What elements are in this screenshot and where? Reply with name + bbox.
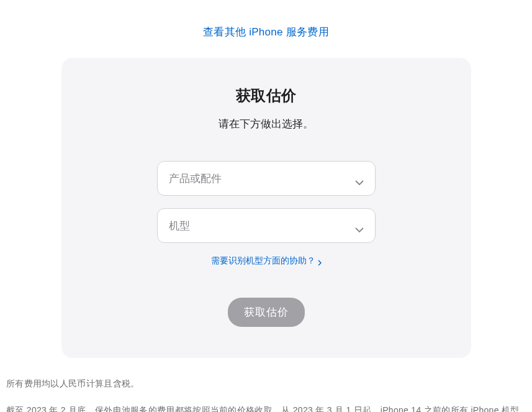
model-select[interactable]: 机型 bbox=[157, 208, 376, 243]
chevron-down-icon bbox=[355, 176, 364, 181]
product-select-placeholder: 产品或配件 bbox=[169, 172, 222, 186]
chevron-down-icon bbox=[355, 223, 364, 228]
footer-line-1: 所有费用均以人民币计算且含税。 bbox=[6, 375, 526, 392]
footer-notes: 所有费用均以人民币计算且含税。 截至 2023 年 2 月底，保外电池服务的费用… bbox=[6, 375, 526, 412]
get-estimate-button[interactable]: 获取估价 bbox=[228, 298, 305, 327]
card-title: 获取估价 bbox=[92, 86, 440, 106]
model-select-placeholder: 机型 bbox=[169, 219, 190, 233]
help-link-text: 需要识别机型方面的协助？ bbox=[211, 255, 315, 267]
identify-model-help-link[interactable]: 需要识别机型方面的协助？ bbox=[211, 255, 322, 267]
other-iphone-service-fee-link[interactable]: 查看其他 iPhone 服务费用 bbox=[203, 26, 329, 38]
chevron-right-icon bbox=[318, 258, 322, 264]
estimate-card: 获取估价 请在下方做出选择。 产品或配件 机型 需要识别机型方面的协助？ bbox=[61, 58, 471, 358]
footer-line-2: 截至 2023 年 2 月底，保外电池服务的费用都将按照当前的价格收取。从 20… bbox=[6, 402, 526, 412]
product-select[interactable]: 产品或配件 bbox=[157, 161, 376, 196]
card-subtitle: 请在下方做出选择。 bbox=[92, 117, 440, 131]
